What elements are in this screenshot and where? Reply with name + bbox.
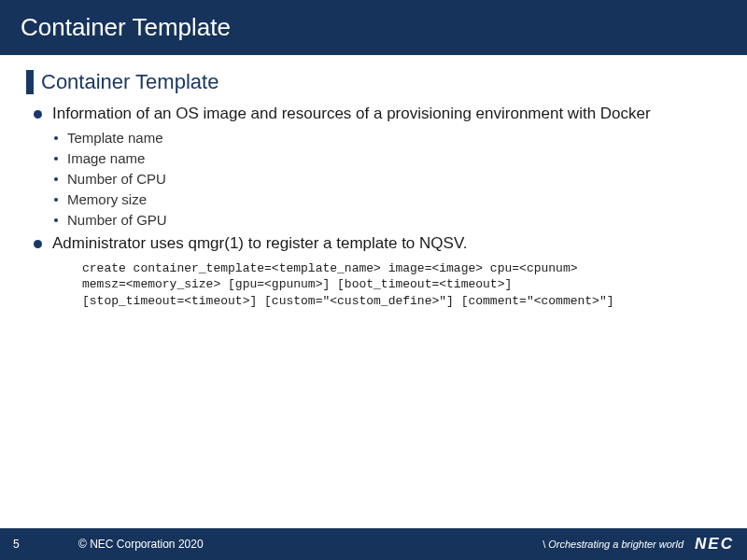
tagline-text: Orchestrating a brighter world: [548, 539, 684, 550]
bullet-level2: Number of CPU: [54, 171, 721, 187]
slide-title: Container Template: [0, 0, 747, 55]
bullet-level2: Template name: [54, 130, 721, 146]
code-block: create container_template=<template_name…: [82, 260, 721, 310]
bullet-level2: Memory size: [54, 191, 721, 207]
bullet-level2: Image name: [54, 150, 721, 166]
section-heading: Container Template: [26, 70, 721, 94]
slide: Container Template Container Template In…: [0, 0, 747, 560]
footer-tagline: \Orchestrating a brighter world: [543, 539, 684, 550]
page-number: 5: [13, 538, 32, 551]
copyright: © NEC Corporation 2020: [78, 538, 204, 551]
bullet-level1: Information of an OS image and resources…: [34, 104, 721, 125]
footer: 5 © NEC Corporation 2020 \Orchestrating …: [0, 528, 747, 560]
bullet-level2: Number of GPU: [54, 212, 721, 228]
slide-content: Container Template Information of an OS …: [0, 55, 747, 528]
nec-logo: NEC: [695, 535, 734, 553]
bullet-level1: Administrator uses qmgr(1) to register a…: [34, 233, 721, 255]
